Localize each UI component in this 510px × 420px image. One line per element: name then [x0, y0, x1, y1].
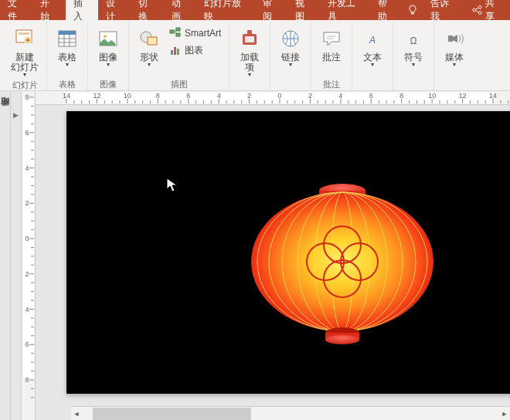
group-images-label: 图像 [93, 78, 124, 90]
scroll-track[interactable] [93, 408, 488, 420]
image-button[interactable]: 图像 ▾ [93, 22, 124, 69]
work-area: 缩略图 ▶ [0, 91, 510, 420]
chevron-down-icon: ▾ [248, 71, 251, 78]
text-icon: A [360, 26, 385, 51]
group-tables: 表格 ▾ 表格 [47, 22, 88, 90]
addin-icon [237, 26, 262, 51]
menu-home[interactable]: 开始 [32, 0, 65, 20]
group-symbols: Ω 符号 ▾ [393, 22, 434, 90]
scroll-thumb[interactable] [93, 408, 251, 420]
comment-label: 批注 [322, 52, 341, 63]
smartart-icon [169, 27, 182, 39]
link-button[interactable]: 链接 ▾ [275, 22, 306, 69]
table-icon [55, 26, 80, 51]
link-icon [278, 26, 303, 51]
svg-rect-12 [170, 30, 174, 33]
menu-slideshow[interactable]: 幻灯片放映 [196, 0, 255, 20]
group-links-label [275, 78, 306, 90]
svg-rect-11 [148, 37, 157, 45]
new-slide-button[interactable]: 新建 幻灯片 ▾ [8, 22, 42, 80]
svg-rect-16 [174, 47, 176, 55]
group-symbols-label [398, 78, 429, 90]
outline-pane[interactable]: 缩略图 [0, 91, 11, 420]
ruler-horizontal[interactable] [36, 91, 510, 105]
table-button[interactable]: 表格 ▾ [52, 22, 83, 69]
menu-animations[interactable]: 动画 [164, 0, 196, 20]
ruler-vertical[interactable] [22, 91, 36, 420]
menu-view[interactable]: 视图 [287, 0, 320, 20]
group-text: A 文本 ▾ [352, 22, 393, 90]
share-label: 共享 [485, 0, 502, 23]
group-comments-label: 批注 [316, 78, 347, 90]
svg-rect-7 [59, 31, 76, 35]
group-illustrations-label: 插图 [134, 78, 224, 90]
slide-stage[interactable] [36, 105, 510, 420]
group-slides-label: 幻灯片 [8, 80, 42, 91]
scroll-right-button[interactable]: ► [499, 408, 510, 420]
chart-button[interactable]: 图表 [166, 42, 224, 59]
comment-icon [319, 26, 344, 51]
lantern-shape[interactable] [66, 111, 510, 394]
share-icon [472, 5, 482, 15]
svg-point-41 [325, 335, 359, 344]
group-images: 图像 ▾ 图像 [88, 22, 129, 90]
shapes-button[interactable]: 形状 ▾ [134, 22, 165, 69]
new-slide-label: 新建 幻灯片 [11, 52, 39, 73]
menu-developer[interactable]: 开发工具 [320, 0, 370, 20]
chevron-down-icon: ▾ [148, 61, 151, 68]
group-addins-label [234, 80, 265, 90]
group-links: 链接 ▾ [270, 22, 311, 90]
svg-rect-17 [177, 49, 179, 55]
share-button[interactable]: 共享 [464, 0, 510, 20]
menu-insert[interactable]: 插入 [66, 0, 98, 20]
group-media: 媒体 ▾ [434, 22, 474, 90]
group-comments: 批注 批注 [311, 22, 352, 90]
collapse-button[interactable]: ▶ [11, 91, 22, 420]
group-illustrations: 形状 ▾ SmartArt 图表 插图 [129, 22, 230, 90]
svg-text:A: A [369, 35, 376, 46]
group-tables-label: 表格 [52, 78, 83, 90]
svg-point-2 [478, 12, 481, 15]
smartart-label: SmartArt [185, 28, 221, 39]
comment-button[interactable]: 批注 [316, 22, 347, 64]
menu-design[interactable]: 设计 [98, 0, 131, 20]
menu-file[interactable]: 文件 [0, 0, 32, 20]
menu-help[interactable]: 帮助 [370, 0, 403, 20]
svg-rect-14 [176, 33, 180, 36]
svg-point-9 [104, 35, 107, 38]
svg-rect-4 [19, 32, 29, 35]
media-icon [442, 26, 467, 51]
symbol-button[interactable]: Ω 符号 ▾ [398, 22, 429, 69]
scroll-left-button[interactable]: ◄ [71, 408, 82, 420]
group-addins: 加载 项 ▾ [230, 22, 270, 90]
image-icon [96, 26, 121, 51]
svg-point-1 [473, 8, 476, 12]
symbol-icon: Ω [401, 26, 426, 51]
svg-text:Ω: Ω [410, 36, 417, 46]
addin-button[interactable]: 加载 项 ▾ [234, 22, 265, 80]
slide-canvas[interactable] [66, 111, 510, 394]
chevron-down-icon: ▾ [23, 71, 26, 78]
scrollbar-horizontal[interactable]: ◄ ► [71, 406, 510, 420]
svg-rect-20 [247, 30, 252, 35]
group-slides: 新建 幻灯片 ▾ 幻灯片 [3, 22, 47, 90]
chevron-down-icon: ▾ [289, 61, 292, 68]
chart-label: 图表 [185, 44, 203, 57]
svg-rect-13 [176, 28, 180, 31]
group-media-label [439, 78, 470, 90]
chevron-down-icon: ▾ [107, 61, 110, 68]
media-button[interactable]: 媒体 ▾ [439, 22, 470, 69]
chevron-down-icon: ▾ [453, 61, 456, 68]
shapes-icon [137, 26, 162, 51]
svg-point-28 [251, 192, 434, 331]
ribbon: 新建 幻灯片 ▾ 幻灯片 表格 ▾ 表格 图像 ▾ 图像 [0, 20, 510, 91]
smartart-button[interactable]: SmartArt [166, 25, 224, 42]
tellme-icon[interactable] [403, 0, 423, 20]
menu-transitions[interactable]: 切换 [131, 0, 163, 20]
menu-tellme[interactable]: 告诉我 [423, 0, 464, 20]
chevron-down-icon: ▾ [371, 61, 374, 68]
text-button[interactable]: A 文本 ▾ [357, 22, 388, 69]
menu-review[interactable]: 审阅 [255, 0, 287, 20]
chart-icon [169, 44, 182, 56]
svg-point-0 [478, 5, 481, 8]
